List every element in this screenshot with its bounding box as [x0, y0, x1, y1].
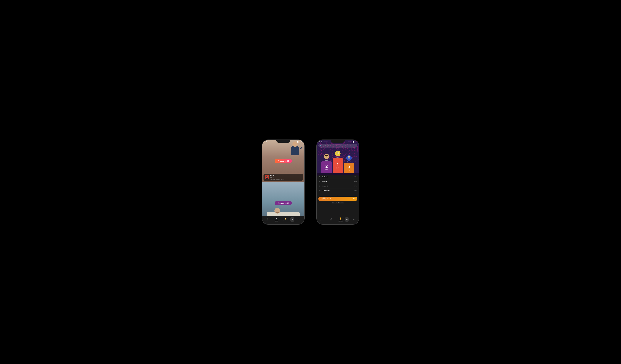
tab-extra-2: ⋯ [349, 218, 358, 221]
signal-icon-2: ▌▌▌ [352, 141, 354, 142]
podium-card-third: 3 97% [344, 163, 354, 173]
add-tab-button-2[interactable]: + [345, 217, 349, 222]
battle-screen: 9:41 ▌▌▌ ▾ ▮ [262, 140, 304, 224]
svg-rect-20 [325, 157, 328, 159]
ranking-list: 4. La 6saille 91% 5. Orelson 90% 6. Quee… [317, 175, 359, 216]
podium-percent-second: 98% [325, 169, 328, 170]
svg-rect-2 [266, 178, 268, 179]
status-icons-2: ▌▌▌ ▾ ▮ [352, 141, 356, 143]
add-tab-button-1[interactable]: + [290, 217, 294, 222]
podium-third: Sanscible 3 97% [344, 155, 354, 173]
svg-point-4 [267, 176, 268, 177]
artist-info-1: Nekfou Follow 100K vues ♫ Jack Harlo Typ… [270, 175, 302, 180]
svg-point-29 [348, 156, 350, 159]
rank-pct-5: 90% [354, 181, 357, 182]
extra-tab-icon-2: ⋯ [352, 218, 355, 221]
tab-extra-1: ⋯ [294, 218, 304, 221]
classement-tab-icon-1: 🏆 [284, 218, 287, 220]
battle-tab-icon-1: ⚔ [276, 217, 277, 220]
search-bar[interactable]: 🔍 recherche [318, 144, 357, 148]
wifi-icon-2: ▾ [355, 141, 355, 143]
podium-name-killkill: Kill Kill [336, 157, 339, 158]
podium-rank-second: 2 [325, 164, 328, 168]
battle-top-image: Vote pour moi ! [262, 140, 304, 182]
voir-classement-button[interactable]: Voir tout le classement [332, 202, 344, 203]
rank-name-5: Orelson [322, 181, 354, 182]
artist-name-1: Nekfou [270, 175, 274, 176]
rank-name-7: The Beatbox [322, 190, 354, 191]
tab-battle-label-2: Battle [330, 220, 332, 221]
status-bar-1: 9:41 ▌▌▌ ▾ ▮ [262, 140, 304, 143]
tab-battle-1[interactable]: ⚔ Battle [272, 217, 281, 222]
user-rank-bar: 12 Dubaï 85% [318, 197, 357, 201]
phone-1-screen: 9:41 ▌▌▌ ▾ ▮ [262, 140, 304, 224]
vote-button-bottom[interactable]: Vote pour moi ! [275, 201, 292, 205]
podium-rank-third: 3 [348, 165, 350, 169]
svg-point-27 [338, 152, 339, 153]
nekfou-avatar-svg [265, 175, 269, 179]
tab-battle-2[interactable]: ⚔ Battle [327, 218, 336, 221]
more-dots-icon: ⋮ [337, 194, 339, 196]
classement-tab-icon-2: 🏆 [339, 217, 342, 220]
phones-container: 9:41 ▌▌▌ ▾ ▮ [262, 140, 359, 225]
svg-rect-35 [323, 199, 325, 200]
podium-percent-first: 100% [336, 167, 340, 169]
podium-avatar-nouritta [324, 154, 329, 159]
battery-icon-2: ▮ [356, 141, 356, 143]
battle-tab-icon-2: ⚔ [330, 218, 332, 220]
podium-name-sanscible: Sanscible [347, 161, 351, 162]
phone-1: 9:41 ▌▌▌ ▾ ▮ [262, 140, 304, 225]
ranking-item-4: 4. La 6saille 91% [317, 175, 359, 179]
svg-point-34 [323, 198, 325, 199]
ranking-item-7: 7. The Beatbox 87% [317, 188, 359, 193]
tab-musique-label-2: Musique [320, 220, 324, 221]
podium-avatar-killkill [335, 151, 341, 156]
tab-classement-label-2: Classement [338, 221, 343, 222]
classement-screen: 9:41 ▌▌▌ ▾ ▮ [317, 140, 359, 224]
tab-classement-indicator [339, 220, 342, 220]
tab-bar-2: ♪ Musique ⚔ Battle 🏆 Classement + ⋯ [317, 216, 359, 224]
music-note-icon-1: ♫ [270, 179, 271, 180]
rank-num-7: 7. [319, 190, 321, 191]
status-time-1: 9:41 [265, 141, 267, 143]
nouritta-avatar-svg [324, 154, 329, 159]
search-placeholder: recherche [323, 145, 329, 146]
tab-musique-2[interactable]: ♪ Musique [317, 218, 327, 221]
artist-avatar-1 [265, 175, 269, 179]
signal-icon: ▌▌▌ [297, 141, 300, 142]
user-name: Dubaï [327, 198, 352, 200]
rank-name-6: Queen B [322, 185, 354, 187]
tab-classement-1[interactable]: 🏆 Classement [281, 218, 290, 221]
artist-views-1: 100K vues [270, 177, 274, 178]
dubai-avatar-svg [323, 197, 326, 200]
status-bar-2: 9:41 ▌▌▌ ▾ ▮ [317, 140, 359, 143]
podium-avatar-sanscible [346, 155, 352, 161]
music-tab-icon-2: ♪ [322, 218, 323, 220]
extra-tab-icon-1: ⋯ [298, 218, 300, 221]
svg-point-26 [337, 152, 338, 153]
podium-card-second: 2 98% [321, 161, 332, 173]
rank-name-4: La 6saille [322, 176, 354, 178]
killkill-avatar-svg [335, 151, 341, 156]
tab-musique-1[interactable]: ♪ Musique [263, 218, 272, 221]
follow-button-1[interactable]: Follow [275, 175, 277, 176]
track-name-1: Jack Harlo Type Beat - Skeynz [271, 179, 283, 180]
tab-classement-2[interactable]: 🏆 Classement [336, 217, 345, 222]
podium-card-first: 1 100% [333, 158, 343, 173]
track-info-1: ♫ Jack Harlo Type Beat - Skeynz [270, 179, 302, 180]
battery-icon: ▮ [301, 141, 302, 143]
podium-area: Nouritta 2 98% [317, 149, 359, 173]
status-time-2: 9:41 [319, 141, 322, 143]
vote-button-top[interactable]: Vote pour moi ! [275, 159, 292, 163]
ranking-item-5: 5. Orelson 90% [317, 179, 359, 184]
music-tab-icon-1: ♪ [267, 218, 268, 220]
phone-2: 9:41 ▌▌▌ ▾ ▮ [317, 140, 359, 225]
tab-bar-1: ♪ Musique ⚔ Battle 🏆 Classement + ⋯ [262, 216, 304, 224]
svg-rect-30 [347, 159, 351, 161]
podium-second: Nouritta 2 98% [321, 154, 332, 173]
rank-num-5: 5. [319, 181, 321, 182]
rank-num-4: 4. [319, 176, 321, 178]
podium-name-nouritta: Nouritta [325, 160, 328, 161]
user-avatar-small [323, 197, 326, 200]
battle-top: Vote pour moi ! [262, 140, 304, 182]
